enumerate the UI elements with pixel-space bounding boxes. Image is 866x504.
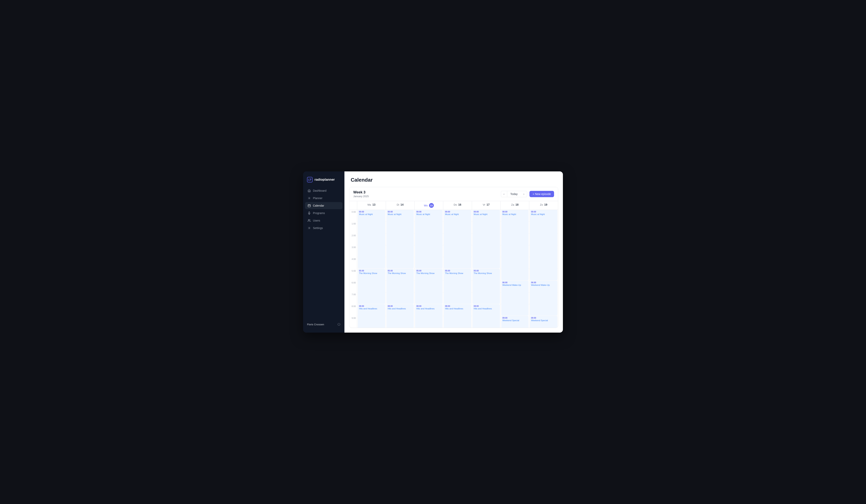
users-icon [308,219,311,222]
calendar-container: Week 3 January 2025 ‹ Today › + New epis… [344,187,563,333]
event-block[interactable]: 05:00The Morning Show [387,269,414,304]
event-time: 06:00 [502,282,528,284]
sidebar-item-dashboard[interactable]: Dashboard [305,187,343,194]
day-header-vr: Vr 17 [472,201,501,210]
event-block[interactable]: 06:00Weekend Wake-Up [501,281,529,316]
day-column-ma: 00:00Music at Night05:00The Morning Show… [357,210,386,328]
next-week-button[interactable]: › [521,191,527,197]
event-title: Hits and Headlines [416,307,441,310]
event-block[interactable]: 08:00Hits and Headlines [387,304,414,328]
event-title: Music at Night [416,213,441,216]
event-title: The Morning Show [445,272,470,275]
sidebar: radioplanner Dashboard [303,171,344,333]
event-block[interactable]: 05:00The Morning Show [444,269,471,304]
event-time: 08:00 [359,305,384,307]
event-title: Music at Night [502,213,528,216]
sidebar-item-label: Dashboard [313,189,326,192]
page-header: Calendar [344,171,563,187]
sidebar-item-calendar[interactable]: Calendar [305,202,343,209]
event-block[interactable]: 00:00Music at Night [387,210,414,268]
event-block[interactable]: 00:00Music at Night [444,210,471,268]
event-title: Weekend Wake-Up [531,284,556,286]
event-time: 00:00 [502,211,528,213]
sidebar-footer: Floris Cnossen [303,320,344,329]
event-block[interactable]: 05:00The Morning Show [415,269,442,304]
event-block[interactable]: 00:00Music at Night [358,210,385,268]
event-time: 06:00 [531,282,556,284]
event-time: 05:00 [416,270,441,272]
time-slot-label: 6:00 [349,281,357,293]
event-block[interactable]: 06:00Weekend Wake-Up [530,281,557,316]
event-block[interactable]: 08:00Hits and Headlines [444,304,471,328]
time-slot-label: 5:00 [349,269,357,281]
event-title: Weekend Wake-Up [502,284,528,286]
event-block[interactable]: 00:00Music at Night [530,210,557,280]
calendar-nav: ‹ Today › [501,191,527,197]
today-button[interactable]: Today [507,191,521,197]
calendar-icon [308,204,311,207]
event-block[interactable]: 08:00Hits and Headlines [358,304,385,328]
calendar-grid: Ma 13 Di 14 Wo 15 Do 16 [349,201,558,328]
day-header-zo: Zo 19 [529,201,558,210]
event-title: Music at Night [359,213,384,216]
day-header-za: Za 18 [501,201,530,210]
event-time: 08:00 [445,305,470,307]
new-episode-button[interactable]: + New episode [530,191,554,197]
event-time: 08:00 [388,305,413,307]
event-time: 00:00 [474,211,499,213]
svg-point-11 [309,228,310,228]
app-wrapper: radioplanner Dashboard [303,171,563,333]
event-time: 00:00 [416,211,441,213]
sidebar-item-label: Calendar [313,204,324,207]
sidebar-item-label: Programs [313,211,325,215]
week-label: Week 3 [353,190,369,194]
time-slot-label: 3:00 [349,245,357,257]
day-header-ma: Ma 13 [357,201,386,210]
event-block[interactable]: 05:00The Morning Show [358,269,385,304]
time-slot-label: 4:00 [349,257,357,269]
power-icon[interactable] [337,323,341,326]
calendar-week-info: Week 3 January 2025 [353,190,369,198]
event-title: Hits and Headlines [359,307,384,310]
time-slot-label: 1:00 [349,222,357,233]
event-title: Hits and Headlines [388,307,413,310]
event-title: The Morning Show [416,272,441,275]
event-time: 00:00 [445,211,470,213]
event-block[interactable]: 05:00The Morning Show [473,269,500,304]
sidebar-item-label: Users [313,219,320,222]
sidebar-item-label: Planner [313,197,322,200]
event-title: Hits and Headlines [474,307,499,310]
time-slot-label: 0:00 [349,210,357,222]
logo-icon [307,177,312,182]
planner-icon [308,196,311,200]
app-name: radioplanner [314,178,335,182]
event-block[interactable]: 09:00Weekend Special [530,316,557,328]
time-body: 0:001:002:003:004:005:006:007:008:009:00… [349,210,558,328]
event-time: 09:00 [531,317,556,319]
event-block[interactable]: 00:00Music at Night [501,210,529,280]
event-block[interactable]: 00:00Music at Night [415,210,442,268]
time-slot-label: 9:00 [349,316,357,328]
svg-rect-0 [308,179,310,181]
event-time: 00:00 [359,211,384,213]
main-content: Calendar Week 3 January 2025 ‹ Today › [344,171,563,333]
event-block[interactable]: 08:00Hits and Headlines [415,304,442,328]
calendar-card: Week 3 January 2025 ‹ Today › + New epis… [349,187,558,328]
sidebar-item-planner[interactable]: Planner [305,195,343,202]
time-gutter-header [349,201,357,210]
event-title: The Morning Show [388,272,413,275]
sidebar-item-users[interactable]: Users [305,217,343,224]
event-block[interactable]: 09:00Weekend Special [501,316,529,328]
event-time: 05:00 [359,270,384,272]
prev-week-button[interactable]: ‹ [501,191,507,197]
event-block[interactable]: 00:00Music at Night [473,210,500,268]
day-column-di: 00:00Music at Night05:00The Morning Show… [386,210,415,328]
day-column-wo: 00:00Music at Night05:00The Morning Show… [414,210,443,328]
time-slot-label: 7:00 [349,293,357,304]
mic-icon [308,211,311,215]
sidebar-item-settings[interactable]: Settings [305,225,343,231]
event-block[interactable]: 08:00Hits and Headlines [473,304,500,328]
sidebar-item-programs[interactable]: Programs [305,209,343,217]
event-time: 09:00 [502,317,528,319]
time-slot-label: 2:00 [349,233,357,245]
